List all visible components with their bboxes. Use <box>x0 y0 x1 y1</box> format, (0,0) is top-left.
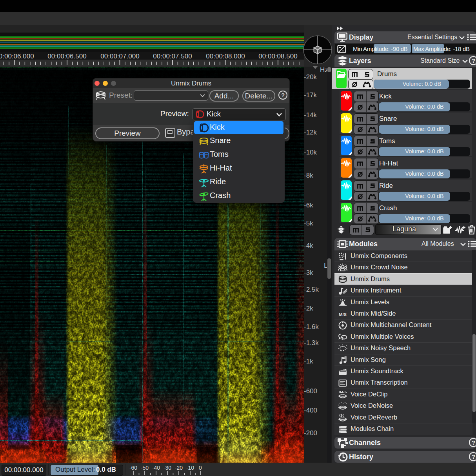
svg-text:-20: -20 <box>175 465 183 471</box>
svg-text:-30: -30 <box>164 465 171 471</box>
svg-text:M/S: M/S <box>339 312 347 317</box>
svg-text:-50: -50 <box>141 465 149 471</box>
svg-text:0: 0 <box>199 465 202 471</box>
svg-text:-60: -60 <box>129 465 137 471</box>
svg-text:-40: -40 <box>152 465 160 471</box>
svg-text:-10: -10 <box>186 465 194 471</box>
